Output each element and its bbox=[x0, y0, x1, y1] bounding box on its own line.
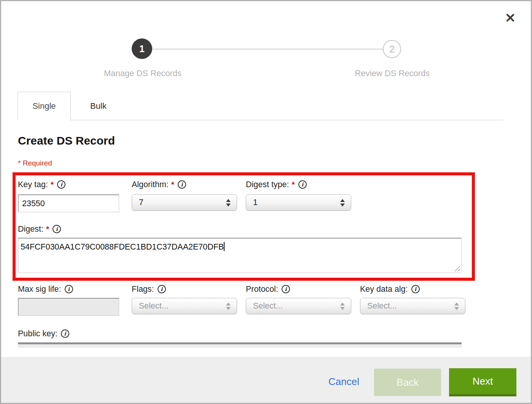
step-2-indicator: 2 bbox=[383, 40, 401, 58]
digest-textarea[interactable]: 54FCF030AA1C79C0088FDEC1BD1C37DAA2E70DFB bbox=[18, 238, 462, 273]
max-sig-life-label: Max sig life: i bbox=[18, 284, 73, 294]
max-sig-life-label-text: Max sig life: bbox=[18, 285, 61, 294]
required-asterisk: * bbox=[171, 180, 174, 189]
digest-label: Digest: * i bbox=[18, 224, 61, 234]
flags-select-value: Select... bbox=[132, 301, 226, 311]
protocol-select-value: Select... bbox=[246, 301, 340, 311]
flags-label: Flags: i bbox=[132, 284, 166, 294]
algorithm-select[interactable]: 7 bbox=[132, 194, 237, 211]
stepper-connector bbox=[153, 49, 383, 49]
text-caret bbox=[224, 242, 225, 251]
select-arrows-icon bbox=[340, 302, 345, 310]
digest-type-select-value: 1 bbox=[246, 198, 340, 207]
max-sig-life-input bbox=[18, 298, 119, 316]
flags-label-text: Flags: bbox=[132, 285, 154, 294]
public-key-label: Public key: i bbox=[18, 328, 69, 339]
info-icon[interactable]: i bbox=[158, 285, 166, 293]
step-1-label: Manage DS Records bbox=[82, 68, 204, 78]
info-icon[interactable]: i bbox=[61, 329, 69, 338]
tab-divider bbox=[71, 120, 503, 120]
public-key-label-text: Public key: bbox=[18, 329, 57, 339]
info-icon[interactable]: i bbox=[57, 180, 65, 189]
create-ds-record-modal: ✕ 1 2 Manage DS Records Review DS Record… bbox=[0, 0, 532, 404]
info-icon[interactable]: i bbox=[411, 285, 420, 293]
step-1-indicator: 1 bbox=[132, 38, 152, 59]
protocol-select[interactable]: Select... bbox=[246, 298, 351, 314]
select-arrows-icon bbox=[226, 302, 231, 310]
page-title: Create DS Record bbox=[18, 134, 115, 147]
info-icon[interactable]: i bbox=[298, 180, 307, 189]
key-tag-label-text: Key tag: bbox=[18, 180, 48, 189]
resize-handle[interactable] bbox=[454, 266, 460, 271]
key-data-alg-label: Key data alg: i bbox=[360, 284, 420, 294]
protocol-label: Protocol: i bbox=[246, 284, 290, 294]
info-icon[interactable]: i bbox=[178, 180, 186, 189]
step-2-label: Review DS Records bbox=[331, 68, 453, 78]
public-key-textarea bbox=[18, 342, 462, 348]
algorithm-label-text: Algorithm: bbox=[132, 180, 169, 189]
back-button[interactable]: Back bbox=[374, 369, 441, 396]
digest-value: 54FCF030AA1C79C0088FDEC1BD1C37DAA2E70DFB bbox=[21, 242, 224, 251]
info-icon[interactable]: i bbox=[65, 285, 73, 293]
info-icon[interactable]: i bbox=[282, 285, 290, 293]
protocol-label-text: Protocol: bbox=[246, 285, 278, 294]
info-icon[interactable]: i bbox=[53, 225, 61, 233]
select-arrows-icon bbox=[340, 199, 345, 207]
algorithm-select-value: 7 bbox=[132, 198, 226, 207]
digest-type-label: Digest type: * i bbox=[246, 179, 307, 190]
close-icon[interactable]: ✕ bbox=[502, 10, 519, 26]
key-tag-label: Key tag: * i bbox=[18, 179, 65, 190]
key-data-alg-select[interactable]: Select... bbox=[360, 298, 465, 314]
key-tag-input[interactable] bbox=[18, 194, 119, 212]
key-data-alg-select-value: Select... bbox=[360, 301, 454, 311]
digest-label-text: Digest: bbox=[18, 224, 43, 234]
required-asterisk: * bbox=[292, 180, 295, 189]
tab-single[interactable]: Single bbox=[18, 92, 71, 120]
select-arrows-icon bbox=[454, 302, 459, 310]
required-note: * Required bbox=[18, 159, 52, 167]
cancel-button[interactable]: Cancel bbox=[328, 376, 359, 388]
flags-select[interactable]: Select... bbox=[132, 298, 237, 314]
tab-bulk[interactable]: Bulk bbox=[71, 92, 126, 120]
required-asterisk: * bbox=[51, 180, 54, 189]
digest-type-label-text: Digest type: bbox=[246, 180, 289, 189]
select-arrows-icon bbox=[226, 199, 231, 207]
key-data-alg-label-text: Key data alg: bbox=[360, 285, 408, 294]
next-button[interactable]: Next bbox=[449, 368, 516, 396]
algorithm-label: Algorithm: * i bbox=[132, 179, 186, 190]
digest-type-select[interactable]: 1 bbox=[246, 194, 351, 211]
required-asterisk: * bbox=[46, 224, 49, 234]
